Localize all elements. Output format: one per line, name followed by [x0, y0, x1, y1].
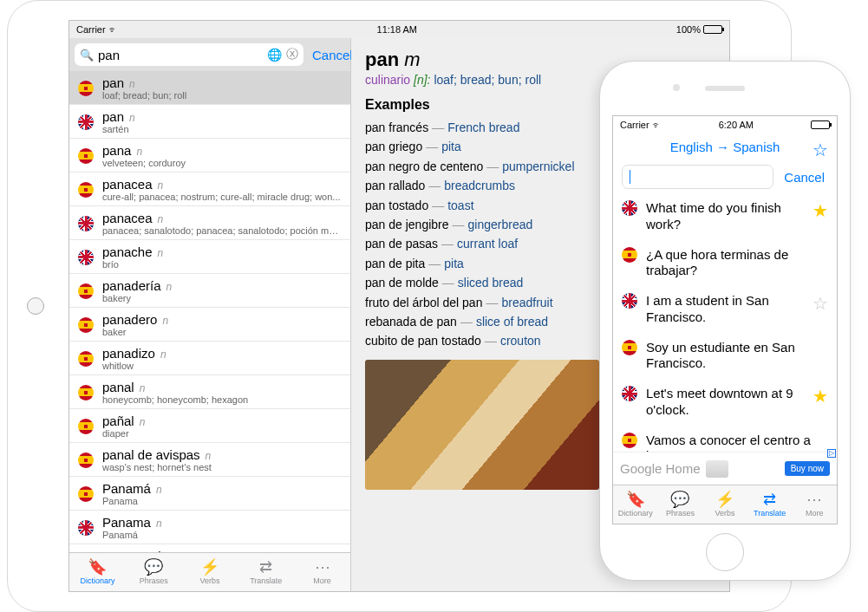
translate-icon: ⇄ [763, 492, 776, 507]
phrase-item[interactable]: Vamos a conocer el centro a las nueve. [613, 426, 837, 452]
search-icon: 🔍 [80, 49, 94, 62]
list-def: Panamá [102, 530, 342, 540]
list-item[interactable]: panadería n bakery [69, 274, 350, 308]
list-item-text: Panama n Panamá [102, 515, 342, 540]
star-icon[interactable]: ☆ [813, 293, 828, 314]
example-translation: pita [441, 140, 461, 153]
tab-label: More [313, 576, 331, 585]
spain-flag-icon [622, 247, 637, 263]
list-item[interactable]: pañal n diaper [69, 409, 350, 443]
search-input[interactable] [98, 48, 263, 62]
language-header[interactable]: English → Spanish ☆ [613, 133, 837, 160]
tab-translate[interactable]: ⇄Translate [238, 553, 294, 591]
tab-phrases[interactable]: 💬Phrases [126, 553, 182, 591]
list-def: cure-all; panacea; nostrum; cure-all; mi… [102, 192, 342, 202]
text-cursor [630, 170, 630, 184]
list-item[interactable]: Panama n Panamá [69, 511, 350, 544]
tab-verbs[interactable]: ⚡Verbs [182, 553, 238, 591]
list-pos: n [158, 247, 164, 259]
spain-flag-icon [78, 81, 94, 96]
list-word: panadero [102, 312, 157, 327]
clear-icon[interactable]: ⓧ [286, 47, 298, 62]
spain-flag-icon [78, 351, 94, 367]
list-item[interactable]: pana n velveteen; corduroy [69, 139, 350, 173]
list-pos: n [158, 213, 164, 225]
dash-separator: — [460, 315, 473, 329]
tab-label: Translate [250, 576, 282, 585]
phrase-text: Let's meet downtown at 9 o'clock. [646, 386, 804, 419]
phrase-text: What time do you finish work? [646, 200, 804, 233]
star-icon[interactable]: ★ [813, 200, 828, 221]
list-item[interactable]: panacea n cure-all; panacea; nostrum; cu… [69, 173, 350, 206]
list-item[interactable]: Panamanian a, n panameño; panameño; pana… [69, 544, 350, 552]
ipad-home-button[interactable] [27, 297, 44, 315]
status-time: 6:20 AM [719, 120, 754, 130]
phrase-item[interactable]: What time do you finish work?★ [613, 193, 837, 240]
iphone-home-button[interactable] [706, 533, 744, 571]
cancel-button[interactable]: Cancel [309, 48, 356, 62]
list-item[interactable]: panal n honeycomb; honeycomb; hexagon [69, 375, 350, 409]
status-carrier: Carrier ᯤ [76, 24, 118, 35]
ad-cta-button[interactable]: Buy now [785, 461, 830, 476]
phrase-item[interactable]: ¿A que hora terminas de trabajar? [613, 240, 837, 287]
search-bar-row: 🔍 🌐 ⓧ Cancel [69, 38, 350, 71]
wifi-icon: ᯤ [108, 24, 118, 35]
status-time: 11:18 AM [377, 24, 417, 35]
tab-dictionary[interactable]: 🔖Dictionary [613, 485, 658, 524]
example-source: rebanada de pan [365, 315, 457, 329]
example-translation: pumpernickel [502, 160, 574, 173]
example-source: pan francés [365, 120, 428, 134]
spain-flag-icon [78, 317, 94, 333]
list-item[interactable]: Panamá n Panama [69, 477, 350, 511]
list-item-text: panal n honeycomb; honeycomb; hexagon [102, 380, 342, 405]
search-field[interactable]: 🔍 🌐 ⓧ [75, 43, 303, 66]
dash-separator: — [486, 160, 499, 173]
results-list[interactable]: pan n loaf; bread; bun; roll pan n sarté… [69, 71, 350, 552]
phrase-text: Soy un estudiante en San Francisco. [646, 340, 828, 373]
list-def: loaf; bread; bun; roll [102, 90, 342, 101]
globe-icon[interactable]: 🌐 [267, 48, 282, 62]
ad-banner[interactable]: Google Home Buy now ▷ [613, 452, 837, 485]
list-word: pan [102, 109, 124, 124]
verbs-icon: ⚡ [200, 559, 219, 575]
ad-info-icon[interactable]: ▷ [827, 449, 836, 458]
list-def: sartén [102, 124, 342, 134]
phrase-list[interactable]: What time do you finish work?★ ¿A que ho… [613, 193, 837, 452]
tab-more[interactable]: ⋯More [294, 553, 350, 591]
tab-more[interactable]: ⋯More [792, 485, 837, 524]
phrases-icon: 💬 [670, 492, 689, 507]
list-item-text: panadizo n whitlow [102, 346, 342, 371]
cancel-button[interactable]: Cancel [780, 170, 828, 185]
spain-flag-icon [78, 385, 94, 400]
star-icon[interactable]: ★ [813, 386, 828, 407]
phrase-item[interactable]: Soy un estudiante en San Francisco. [613, 333, 837, 380]
list-word: panacea [102, 177, 153, 192]
tab-phrases[interactable]: 💬Phrases [658, 485, 703, 524]
uk-flag-icon [622, 386, 637, 401]
list-item[interactable]: panache n brío [69, 240, 350, 274]
example-translation: toast [447, 199, 473, 212]
verbs-icon: ⚡ [715, 492, 734, 507]
list-pos: n [160, 348, 166, 361]
spain-flag-icon [78, 452, 94, 468]
dictionary-icon: 🔖 [626, 492, 645, 507]
status-right [811, 120, 830, 129]
example-translation: French bread [447, 120, 519, 134]
tab-dictionary[interactable]: 🔖Dictionary [69, 553, 126, 591]
list-item[interactable]: panadizo n whitlow [69, 342, 350, 375]
tab-translate[interactable]: ⇄Translate [747, 485, 793, 524]
tab-verbs[interactable]: ⚡Verbs [702, 485, 747, 524]
list-item[interactable]: panacea n panacea; sanalotodo; panacea; … [69, 206, 350, 240]
phrase-item[interactable]: I am a student in San Francisco.☆ [613, 286, 837, 333]
phone-search-field[interactable] [622, 165, 773, 189]
favorite-icon[interactable]: ☆ [813, 140, 828, 160]
list-item[interactable]: panal de avispas n wasp's nest; hornet's… [69, 443, 350, 477]
spain-flag-icon [622, 340, 637, 355]
list-pos: n [162, 315, 168, 327]
list-item[interactable]: pan n loaf; bread; bun; roll [69, 71, 350, 105]
dash-separator: — [432, 199, 444, 212]
list-item[interactable]: pan n sartén [69, 105, 350, 139]
list-item[interactable]: panadero n baker [69, 308, 350, 342]
list-item-text: panacea n panacea; sanalotodo; panacea; … [102, 211, 342, 236]
phrase-item[interactable]: Let's meet downtown at 9 o'clock.★ [613, 379, 837, 426]
